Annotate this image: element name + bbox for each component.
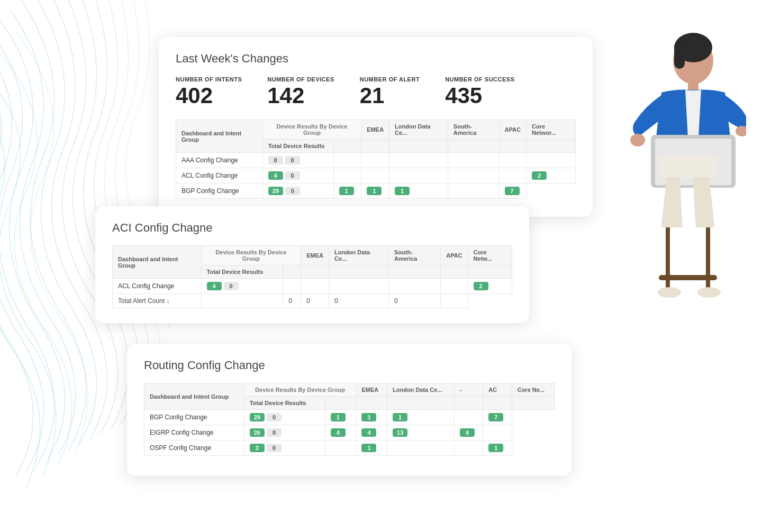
card-top-title: Last Week's Changes: [176, 52, 576, 66]
badge: 1: [331, 413, 346, 421]
table-row: ACL Config Change 40 2: [113, 279, 512, 294]
badge: 1: [361, 413, 376, 421]
svg-point-4: [630, 134, 645, 146]
badge: 0: [268, 156, 283, 164]
badge: 7: [505, 187, 520, 195]
stat-success-value: 435: [445, 85, 514, 107]
row-name[interactable]: OSPF Config Change: [144, 441, 244, 456]
middle-table: Dashboard and Intent Group Device Result…: [112, 245, 512, 308]
stat-alert-value: 21: [360, 85, 420, 107]
table-row: EIGRP Config Change 260 4 4 13 4: [144, 425, 555, 441]
svg-rect-8: [659, 156, 717, 177]
badge: 1: [339, 187, 354, 195]
col-intent-group: Dashboard and Intent Group: [176, 120, 263, 153]
col-ac: AC: [483, 383, 512, 397]
table-row: OSPF Config Change 30 1 1: [144, 441, 555, 456]
col-total-results: Total Device Results: [201, 265, 283, 279]
col-emea: EMEA: [361, 120, 389, 140]
row-name[interactable]: ACL Config Change: [176, 168, 263, 184]
fade-overlay: [127, 460, 572, 476]
col-group-header: Device Results By Device Group: [201, 246, 301, 265]
badge: 0: [285, 171, 300, 180]
badge: 29: [268, 187, 283, 195]
bottom-table: Dashboard and Intent Group Device Result…: [144, 383, 555, 456]
stat-alert: NUMBER OF ALERT 21: [360, 76, 420, 107]
col-dash: -: [455, 383, 483, 397]
row-name[interactable]: ACL Config Change: [113, 279, 202, 294]
svg-rect-11: [659, 275, 717, 280]
badge: 4: [331, 428, 346, 437]
col-total-results: Total Device Results: [262, 140, 333, 153]
badge: 1: [367, 187, 382, 195]
col-apac: APAC: [441, 246, 468, 265]
stat-alert-label: NUMBER OF ALERT: [360, 76, 420, 82]
badge: 0: [267, 428, 282, 437]
svg-rect-9: [666, 227, 670, 291]
badge: 7: [488, 413, 503, 421]
table-row: BGP Config Change 290 1 1 1 7: [144, 410, 555, 425]
col-intent-group: Dashboard and Intent Group: [144, 383, 244, 410]
table-row: ACL Config Change 40 2: [176, 168, 576, 184]
col-group-header: Device Results By Device Group: [244, 383, 356, 397]
stat-success: NUMBER OF SUCCESS 435: [445, 76, 514, 107]
badge: 26: [250, 428, 265, 437]
col-core: Core Netw...: [468, 246, 512, 265]
col-total2: [333, 140, 361, 153]
col-south: South-America: [448, 120, 499, 140]
card-last-weeks-changes: Last Week's Changes NUMBER OF INTENTS 40…: [159, 37, 593, 217]
row-name[interactable]: BGP Config Change: [144, 410, 244, 425]
total-label: Total Alert Count ↓: [113, 294, 202, 308]
col-total-results: Total Device Results: [244, 397, 325, 410]
badge: 0: [285, 187, 300, 195]
card-routing-config: Routing Config Change Dashboard and Inte…: [127, 344, 572, 476]
row-name[interactable]: BGP Config Change: [176, 184, 263, 199]
total-london: 0: [301, 294, 329, 308]
badge: 29: [250, 413, 265, 421]
col-south: South-America: [388, 246, 440, 265]
stats-row: NUMBER OF INTENTS 402 NUMBER OF DEVICES …: [176, 76, 576, 107]
svg-rect-2: [674, 42, 685, 69]
row-name[interactable]: EIGRP Config Change: [144, 425, 244, 441]
total-south: 0: [329, 294, 388, 308]
person-svg: [577, 32, 746, 328]
badge: 2: [474, 282, 488, 290]
stat-intents: NUMBER OF INTENTS 402: [176, 76, 242, 107]
top-table: Dashboard and Intent Group Device Result…: [176, 120, 576, 199]
card-aci-config: ACI Config Chagne Dashboard and Intent G…: [95, 206, 529, 323]
badge: 1: [395, 187, 410, 195]
badge: 1: [393, 413, 407, 421]
total-row: Total Alert Count ↓ 0 0 0 0: [113, 294, 512, 308]
stat-success-label: NUMBER OF SUCCESS: [445, 76, 514, 82]
svg-rect-10: [706, 227, 710, 291]
badge: 4: [361, 428, 376, 437]
svg-point-13: [697, 287, 721, 298]
stat-intents-value: 402: [176, 85, 242, 107]
total-emea: 0: [283, 294, 301, 308]
svg-point-5: [736, 126, 746, 136]
main-content: Last Week's Changes NUMBER OF INTENTS 40…: [95, 21, 762, 532]
badge: 1: [361, 444, 376, 452]
total-apac: 0: [388, 294, 440, 308]
col-intent-group: Dashboard and Intent Group: [113, 246, 202, 279]
col-london: London Data Ce...: [387, 383, 455, 397]
col-emea: EMEA: [301, 246, 329, 265]
col-apac: APAC: [499, 120, 526, 140]
badge: 4: [460, 428, 475, 437]
stat-intents-label: NUMBER OF INTENTS: [176, 76, 242, 82]
col-core: Core Networ...: [526, 120, 575, 140]
badge: 2: [532, 171, 547, 180]
col-corene: Core Ne...: [512, 383, 554, 397]
stat-devices-label: NUMBER OF DEVICES: [267, 76, 334, 82]
badge: 13: [393, 428, 407, 437]
col-london: London Data Ce...: [329, 246, 388, 265]
svg-rect-3: [688, 79, 698, 90]
stat-devices: NUMBER OF DEVICES 142: [267, 76, 334, 107]
badge: 4: [207, 282, 222, 290]
row-name[interactable]: AAA Config Change: [176, 153, 263, 168]
badge: 0: [224, 282, 239, 290]
person-image: [572, 21, 751, 328]
col-london: London Data Ce...: [389, 120, 448, 140]
badge: 0: [285, 156, 300, 164]
card-middle-title: ACI Config Chagne: [112, 221, 512, 235]
badge: 1: [488, 444, 503, 452]
